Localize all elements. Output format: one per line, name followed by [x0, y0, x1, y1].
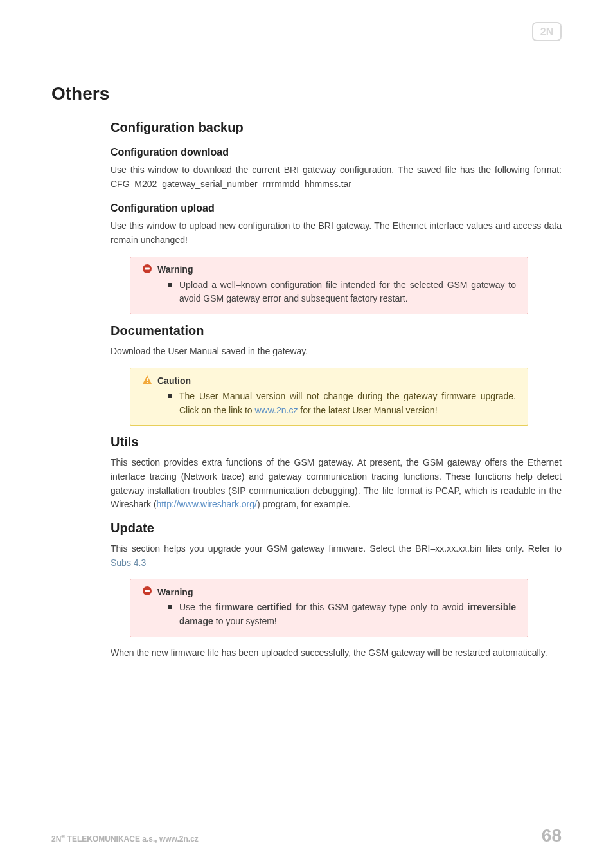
brand-logo: 2N [532, 22, 562, 44]
footer-company-post: TELEKOMUNIKACE a.s., www.2n.cz [65, 835, 199, 844]
svg-rect-5 [147, 378, 148, 381]
update-body-after: When the new firmware file has been uplo… [111, 646, 562, 660]
warning-label: Warning [157, 587, 193, 597]
warning-text-post: to your system! [213, 616, 277, 626]
utils-body: This section provides extra functions of… [111, 456, 562, 512]
footer-company-pre: 2N [51, 835, 61, 844]
caution-callout-docs: Caution The User Manual version will not… [130, 368, 528, 426]
header-divider [51, 48, 562, 48]
page-number: 68 [542, 826, 562, 846]
warning-bold-1: firmware certified [215, 602, 292, 612]
link-subs-4-3[interactable]: Subs 4.3 [111, 557, 146, 568]
documentation-body: Download the User Manual saved in the ga… [111, 345, 562, 359]
utils-body-post: ) program, for example. [257, 499, 351, 509]
warning-text-mid: for this GSM gateway type only to avoid [292, 602, 467, 612]
update-body: This section helps you upgrade your GSM … [111, 542, 562, 570]
page-footer: 2N® TELEKOMUNIKACE a.s., www.2n.cz 68 [51, 820, 562, 846]
section-documentation: Documentation [111, 323, 562, 338]
subsection-config-download: Configuration download [111, 147, 562, 158]
page-title: Others [51, 84, 562, 107]
section-update: Update [111, 521, 562, 536]
warning-item: Upload a well–known configuration file i… [179, 278, 516, 306]
warning-label: Warning [157, 264, 193, 275]
subsection-config-upload: Configuration upload [111, 203, 562, 214]
svg-rect-8 [145, 590, 150, 592]
link-wireshark[interactable]: http://www.wireshark.org/ [157, 499, 257, 509]
footer-company: 2N® TELEKOMUNIKACE a.s., www.2n.cz [51, 834, 199, 844]
warning-callout-update: Warning Use the firmware certified for t… [130, 579, 528, 637]
warning-text-pre: Use the [179, 602, 215, 612]
svg-text:2N: 2N [540, 26, 553, 37]
section-utils: Utils [111, 435, 562, 449]
link-2n-cz[interactable]: www.2n.cz [255, 405, 298, 415]
caution-label: Caution [157, 375, 191, 386]
svg-rect-6 [147, 382, 148, 383]
config-upload-body: Use this window to upload new configurat… [111, 219, 562, 247]
caution-icon [142, 375, 152, 387]
config-download-body: Use this window to download the current … [111, 163, 562, 191]
warning-icon [142, 586, 152, 598]
update-body-pre: This section helps you upgrade your GSM … [111, 543, 562, 554]
svg-rect-3 [145, 267, 150, 269]
caution-item: The User Manual version will not change … [179, 390, 516, 417]
section-config-backup: Configuration backup [111, 120, 562, 135]
warning-icon [142, 264, 152, 276]
warning-callout-upload: Warning Upload a well–known configuratio… [130, 257, 528, 314]
warning-item: Use the firmware certified for this GSM … [179, 601, 516, 628]
caution-text-post: for the latest User Manual version! [298, 405, 437, 415]
